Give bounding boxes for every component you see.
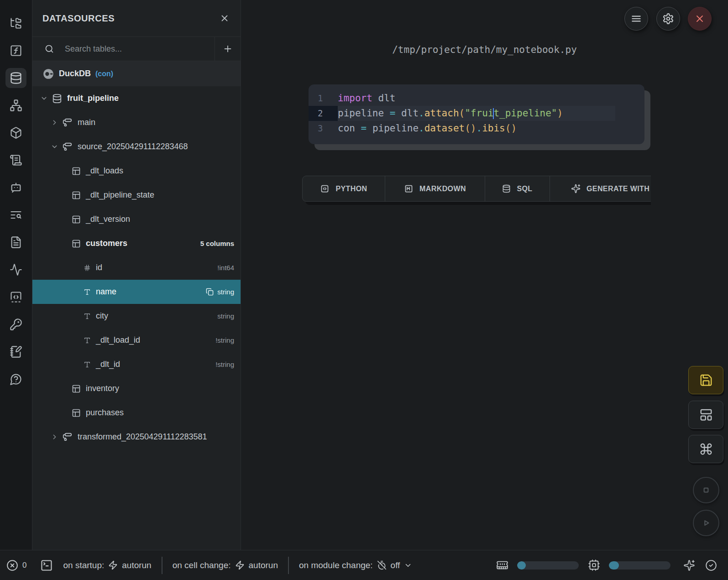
chevron-down-icon[interactable] [40, 94, 48, 102]
add-datasource-button[interactable] [215, 37, 241, 61]
database-icon [10, 72, 22, 84]
tree-row-city[interactable]: citystring [32, 304, 241, 328]
add-sql-cell-button[interactable]: SQL [485, 176, 550, 201]
tree-label: purchases [86, 408, 124, 418]
type-icon [84, 313, 91, 320]
runtime-toggle-2[interactable]: on cell change:autorun [173, 560, 278, 570]
tree-row-customers[interactable]: customers5 columns [32, 231, 241, 256]
add-markdown-cell-button[interactable]: MARKDOWN [385, 176, 485, 201]
tree-row-_dlt_loads[interactable]: _dlt_loads [32, 159, 241, 183]
connection-row-duckdb[interactable]: DuckDB (con) [32, 61, 241, 86]
cpu-usage-meter [588, 559, 670, 571]
settings-button[interactable] [656, 7, 680, 31]
sidebar-item-secrets[interactable] [5, 314, 26, 334]
square-function-icon [10, 44, 22, 57]
chevron-down-icon [40, 94, 48, 102]
scroll-text-icon [10, 154, 22, 167]
circle-x-icon [6, 559, 18, 571]
kernel-status-indicator[interactable] [705, 559, 717, 571]
tree-row-purchases[interactable]: purchases [32, 401, 241, 425]
chevron-right-icon[interactable] [51, 119, 58, 126]
stop-icon [700, 484, 712, 496]
sidebar-item-packages[interactable] [5, 123, 26, 143]
sidebar-item-scratchpad[interactable] [5, 342, 26, 362]
sidebar-item-dependencies[interactable] [5, 95, 26, 115]
stop-kernel-button[interactable] [693, 477, 719, 503]
tree-label: _dlt_pipeline_state [86, 190, 154, 200]
runtime-toggle-1[interactable]: on startup:autorun [63, 560, 151, 570]
tree-row-_dlt_version[interactable]: _dlt_version [32, 207, 241, 231]
memory-usage-bar [517, 561, 579, 570]
toggle-layout-button[interactable] [688, 401, 723, 429]
bot-message-icon [10, 181, 22, 194]
toggle-value: autorun [122, 560, 151, 570]
keyboard-shortcuts-button[interactable] [688, 435, 723, 463]
tree-row-_dlt_load_id[interactable]: _dlt_load_id!string [32, 328, 241, 352]
layout-icon [699, 408, 713, 422]
sparkles-icon [683, 559, 695, 571]
chevron-right-icon[interactable] [51, 433, 58, 441]
add-button-label: MARKDOWN [419, 185, 466, 193]
tree-row-inventory[interactable]: inventory [32, 376, 241, 401]
command-icon [699, 442, 713, 456]
error-indicator[interactable]: 0 [6, 559, 26, 571]
tree-row-source_202504291112283468[interactable]: source_202504291112283468 [32, 135, 241, 159]
hash-icon [84, 264, 91, 272]
sidebar-item-ai-chat[interactable] [5, 178, 26, 198]
type-icon [84, 288, 91, 296]
tree-row-id[interactable]: id!int64 [32, 256, 241, 280]
tree-row-name[interactable]: namestring [32, 280, 241, 304]
menu-button[interactable] [624, 7, 648, 31]
close-panel-button[interactable] [220, 13, 230, 23]
search-row: Search tables... [32, 37, 241, 61]
sidebar-item-variables[interactable] [5, 41, 26, 61]
code-cell-editor[interactable]: 1import dlt2pipeline = dlt.attach("fruit… [309, 84, 644, 144]
key-icon [10, 318, 22, 331]
sidebar-item-snippets[interactable] [5, 287, 26, 307]
sidebar-item-help[interactable] [5, 369, 26, 389]
notebook-pen-icon [10, 345, 22, 358]
memory-icon [496, 559, 508, 571]
generate-with-ai-button[interactable]: GENERATE WITH AI [550, 176, 651, 201]
save-notebook-button[interactable] [688, 366, 723, 394]
tree-label: source_202504291112283468 [78, 142, 188, 152]
chevron-down-icon [404, 561, 412, 570]
ai-assist-button[interactable] [683, 559, 695, 571]
run-cells-button[interactable] [693, 510, 719, 536]
sidebar-item-tracing[interactable] [5, 260, 26, 280]
tree-row-fruit_pipeline[interactable]: fruit_pipeline [32, 86, 241, 110]
copy-icon[interactable] [206, 288, 214, 296]
sidebar-item-datasources[interactable] [5, 68, 26, 88]
tree-label: main [78, 118, 95, 127]
settings-icon [662, 13, 674, 25]
add-python-cell-button[interactable]: PYTHON [303, 176, 385, 201]
type-icon [84, 337, 91, 344]
toggle-value: off [391, 560, 400, 570]
table-icon [72, 215, 81, 224]
tree-row-_dlt_pipeline_state[interactable]: _dlt_pipeline_state [32, 183, 241, 207]
cpu-usage-bar [609, 561, 670, 570]
sparkles-icon [571, 184, 581, 193]
square-terminal-icon [40, 559, 53, 572]
plus-icon [223, 44, 233, 54]
code-text: import dlt [338, 91, 638, 106]
database-icon [52, 94, 62, 104]
code-square-icon [320, 184, 330, 193]
runtime-toggle-3[interactable]: on module change:off [299, 560, 412, 570]
error-count: 0 [22, 561, 26, 570]
sidebar-item-documentation[interactable] [5, 232, 26, 252]
close-app-button[interactable] [688, 7, 712, 31]
connection-engine: DuckDB [59, 69, 91, 78]
sidebar-item-logs[interactable] [5, 150, 26, 170]
sidebar-item-search-logs[interactable] [5, 205, 26, 225]
sidebar-item-file-explorer[interactable] [5, 13, 26, 33]
tree-row-meta: string [206, 288, 234, 296]
tree-label: _dlt_id [96, 360, 120, 369]
tree-row-main[interactable]: main [32, 110, 241, 135]
chevron-down-icon[interactable] [51, 143, 58, 151]
duckdb-logo-icon [42, 68, 54, 80]
search-tables-input[interactable]: Search tables... [32, 37, 215, 61]
tree-row-transformed_202504291112283581[interactable]: transformed_202504291112283581 [32, 425, 241, 449]
terminal-button[interactable] [40, 559, 53, 572]
tree-row-_dlt_id[interactable]: _dlt_id!string [32, 352, 241, 376]
